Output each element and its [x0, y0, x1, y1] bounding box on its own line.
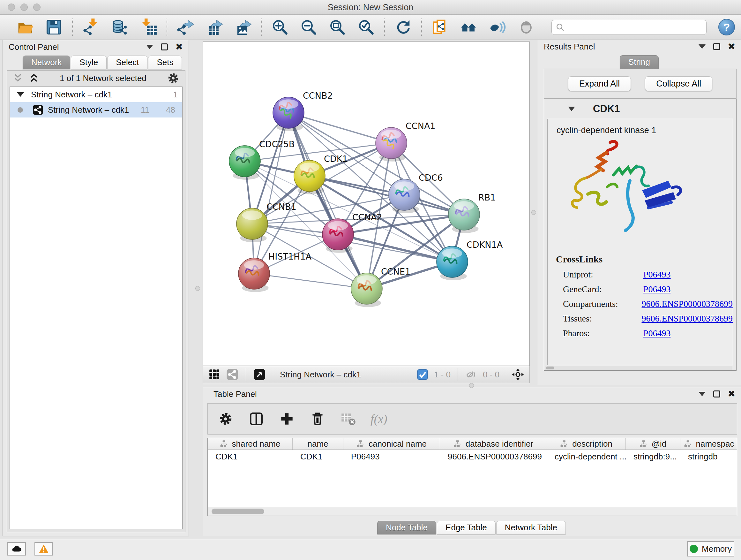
show-graphics-details-icon[interactable]	[488, 18, 507, 37]
tab-network[interactable]: Network	[23, 56, 70, 69]
network-view-icon[interactable]	[226, 368, 239, 381]
search-input[interactable]	[568, 23, 703, 32]
column-header-name[interactable]: name	[293, 438, 343, 449]
save-session-icon[interactable]	[45, 18, 63, 37]
home-view-icon[interactable]	[460, 18, 478, 37]
import-network-file-icon[interactable]	[82, 18, 100, 37]
column-header-canonical-name[interactable]: canonical name	[343, 438, 440, 449]
tab-string[interactable]: String	[620, 55, 659, 69]
network-view-toolbar: String Network – cdk1 1 - 0 0 - 0	[203, 366, 530, 383]
column-header-namespac[interactable]: namespac	[680, 438, 737, 449]
close-window-button[interactable]	[8, 3, 15, 11]
network-graph[interactable]: CCNB2 CCNA1 CDC25B CDK1 CDC6 RB1 CCNB1	[203, 42, 529, 366]
crosslink-link[interactable]: P06493	[643, 284, 671, 294]
cloud-button[interactable]	[7, 542, 26, 556]
splitter-handle[interactable]	[469, 383, 474, 388]
crosslink-link[interactable]: P06493	[643, 269, 671, 280]
gear-icon[interactable]	[166, 71, 180, 85]
refresh-layout-icon[interactable]	[394, 18, 412, 37]
delete-table-icon[interactable]	[340, 411, 356, 427]
export-image-icon[interactable]	[233, 18, 252, 37]
titlebar: Session: New Session	[0, 0, 741, 15]
navigator-icon[interactable]	[253, 368, 266, 381]
import-network-database-icon[interactable]	[111, 18, 129, 37]
table-toolbar: f(x)	[207, 403, 737, 435]
panel-close-icon[interactable]: ✖	[728, 390, 735, 397]
tree-expand-caret-icon[interactable]	[17, 92, 24, 97]
table-horizontal-scrollbar[interactable]	[208, 507, 737, 516]
function-builder-icon[interactable]: f(x)	[370, 412, 387, 426]
crosslink-label: Compartments:	[563, 299, 642, 309]
tab-style[interactable]: Style	[71, 56, 107, 69]
network-row[interactable]: String Network – cdk1 11 48	[10, 102, 182, 118]
show-columns-icon[interactable]	[248, 411, 265, 427]
panel-collapse-icon[interactable]	[698, 44, 705, 49]
export-table-icon[interactable]	[205, 18, 223, 37]
current-network-bullet-icon	[17, 107, 23, 113]
expand-all-button[interactable]: Expand All	[568, 76, 631, 91]
crosslink-link[interactable]: 9606.ENSP00000378699	[642, 314, 733, 324]
table-row[interactable]: CDK1CDK1P064939606.ENSP00000378699cyclin…	[208, 450, 737, 463]
network-node-CDK1[interactable]: CDK1	[294, 154, 348, 194]
collapse-all-button[interactable]: Collapse All	[645, 76, 712, 91]
table-settings-gear-icon[interactable]	[217, 411, 234, 427]
help-button[interactable]: ?	[718, 19, 735, 36]
network-canvas[interactable]: CCNB2 CCNA1 CDC25B CDK1 CDC6 RB1 CCNB1	[203, 42, 530, 366]
network-node-CCNA1[interactable]: CCNA1	[376, 121, 435, 162]
zoom-out-icon[interactable]	[299, 18, 318, 37]
results-panel-title: Results Panel	[544, 42, 595, 52]
crosslink-link[interactable]: P06493	[643, 328, 671, 338]
splitter-handle[interactable]	[195, 286, 200, 291]
delete-column-trash-icon[interactable]	[309, 411, 326, 427]
panel-close-icon[interactable]: ✖	[176, 44, 183, 51]
collapse-all-icon[interactable]	[12, 72, 23, 84]
network-node-CDKN1A[interactable]: CDKN1A	[436, 240, 503, 280]
import-table-file-icon[interactable]	[139, 18, 158, 37]
crosslink-link[interactable]: 9606.ENSP00000378699	[642, 299, 733, 309]
window-controls[interactable]	[8, 3, 41, 11]
tab-edge-table[interactable]: Edge Table	[437, 521, 495, 535]
network-collection-row[interactable]: String Network – cdk1 1	[10, 87, 182, 102]
panel-close-icon[interactable]: ✖	[728, 43, 735, 50]
splitter-handle[interactable]	[531, 210, 536, 215]
hidden-eye-icon[interactable]	[465, 368, 478, 381]
panel-float-icon[interactable]	[713, 390, 720, 397]
zoom-fit-icon[interactable]	[328, 18, 347, 37]
zoom-in-icon[interactable]	[271, 18, 289, 37]
tab-sets[interactable]: Sets	[148, 56, 182, 69]
hide-graphics-icon[interactable]	[517, 18, 536, 37]
open-session-icon[interactable]	[16, 18, 35, 37]
export-network-icon[interactable]	[176, 18, 195, 37]
column-header-description[interactable]: description	[547, 438, 626, 449]
node-table[interactable]: shared namenamecanonical namedatabase id…	[207, 438, 737, 516]
network-node-HIST1H1A[interactable]: HIST1H1A	[239, 252, 312, 292]
minimize-window-button[interactable]	[20, 3, 28, 11]
crosslink-row: Pharos: P06493	[556, 326, 733, 341]
results-horizontal-scrollbar[interactable]	[545, 366, 732, 370]
column-header-@id[interactable]: @id	[626, 438, 680, 449]
search-box[interactable]	[551, 20, 706, 35]
panel-float-icon[interactable]	[161, 44, 168, 51]
tab-network-table[interactable]: Network Table	[496, 521, 566, 535]
tab-select[interactable]: Select	[107, 56, 147, 69]
panel-float-icon[interactable]	[713, 43, 720, 50]
memory-button[interactable]: Memory	[687, 541, 734, 557]
panel-collapse-icon[interactable]	[146, 45, 153, 49]
panel-collapse-icon[interactable]	[698, 392, 705, 396]
node-label: CDC25B	[259, 139, 294, 149]
selected-checkbox-icon[interactable]	[416, 368, 429, 381]
zoom-selected-icon[interactable]	[357, 18, 375, 37]
tab-node-table[interactable]: Node Table	[377, 521, 436, 535]
copy-document-icon[interactable]	[431, 18, 449, 37]
maximize-window-button[interactable]	[33, 3, 41, 11]
scrollbar-thumb[interactable]	[212, 509, 264, 514]
gene-collapse-caret-icon[interactable]	[568, 107, 575, 111]
network-node-RB1[interactable]: RB1	[448, 192, 495, 233]
warnings-button[interactable]	[35, 542, 53, 556]
grid-view-icon[interactable]	[208, 368, 221, 381]
column-header-shared-name[interactable]: shared name	[208, 438, 293, 449]
column-header-database-identifier[interactable]: database identifier	[440, 438, 547, 449]
add-column-icon[interactable]	[279, 411, 295, 427]
pan-crosshair-icon[interactable]	[512, 368, 524, 381]
expand-all-icon[interactable]	[28, 72, 40, 84]
